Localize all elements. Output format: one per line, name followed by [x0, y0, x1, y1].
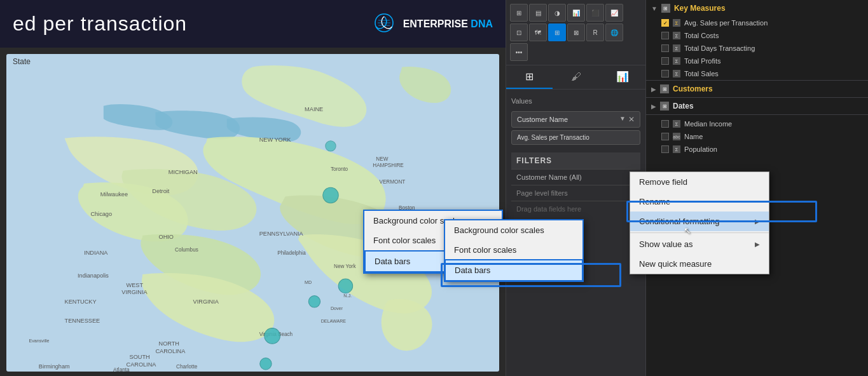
field-item-total-sales[interactable]: Σ Total Sales — [646, 67, 868, 80]
logo-enterprise-text: ENTERPRISE DNA — [403, 18, 493, 30]
total-sales-label: Total Sales — [684, 70, 863, 77]
data-bars-menu-label: Data bars — [455, 265, 490, 275]
filters-section: FILTERS Customer Name (All) Page level f… — [511, 152, 640, 217]
tab-format[interactable]: 🖌 — [553, 65, 599, 89]
toolbar-btn-10[interactable]: ⊠ — [567, 24, 585, 41]
field-item-population[interactable]: Σ Population — [646, 143, 868, 156]
text-icon-name: abc — [673, 133, 680, 140]
font-color-scales-menu-label: Font color scales — [454, 245, 516, 255]
ctx-secondary-menu[interactable]: Background color scales Font color scale… — [444, 219, 584, 282]
svg-text:Milwaukee: Milwaukee — [100, 191, 128, 198]
name-checkbox[interactable] — [661, 133, 669, 140]
conditional-formatting-item[interactable]: Conditional formatting ▶ — [630, 211, 769, 231]
field-item-median-income[interactable]: Σ Median Income — [646, 117, 868, 130]
svg-text:OHIO: OHIO — [159, 234, 174, 240]
field-group-customers-header[interactable]: ▶ ⊞ Customers — [646, 81, 868, 97]
svg-text:VERMONT: VERMONT — [379, 179, 405, 185]
drag-data-fields-label: Drag data fields here — [511, 201, 640, 217]
tab-analytics[interactable]: 📊 — [599, 65, 645, 89]
customer-name-pill[interactable]: Customer Name ▼ ✕ — [511, 111, 640, 128]
remove-field-item[interactable]: Remove field — [630, 172, 769, 192]
total-profits-checkbox[interactable] — [661, 57, 669, 65]
population-checkbox[interactable] — [661, 145, 669, 153]
svg-text:Detroit: Detroit — [152, 188, 169, 194]
values-label: Values — [511, 95, 640, 107]
collapse-arrow-icon: ▼ — [651, 5, 658, 12]
sigma-icon-4: Σ — [673, 57, 680, 65]
svg-text:Birmingham: Birmingham — [39, 363, 70, 370]
data-bars-menu-item[interactable]: Data bars — [444, 259, 583, 281]
field-item-avg-sales[interactable]: Σ Avg. Sales per Transaction — [646, 17, 868, 29]
svg-text:HAMPSHIRE: HAMPSHIRE — [373, 163, 404, 168]
bg-color-scales-menu-item[interactable]: Background color scales — [445, 220, 582, 240]
svg-text:N.J.: N.J. — [343, 293, 352, 299]
bg-color-scales-menu-label: Background color scales — [454, 225, 544, 235]
tab-fields[interactable]: ⊞ — [506, 65, 553, 89]
svg-text:Indianapolis: Indianapolis — [78, 272, 109, 279]
toolbar-btn-5[interactable]: ⬛ — [586, 4, 604, 22]
total-days-checkbox[interactable] — [661, 44, 669, 52]
avg-sales-pill[interactable]: Avg. Sales per Transactio — [511, 130, 640, 145]
sigma-icon: Σ — [673, 19, 680, 27]
avg-sales-field-label: Avg. Sales per Transaction — [684, 19, 863, 27]
sigma-icon-5: Σ — [673, 70, 680, 77]
filters-header: FILTERS — [511, 152, 640, 169]
toolbar-btn-6[interactable]: 📈 — [605, 4, 623, 22]
svg-text:MICHIGAN: MICHIGAN — [169, 169, 198, 175]
ctx-menu-main[interactable]: Remove field Rename Conditional formatti… — [630, 171, 769, 274]
toolbar-btn-3[interactable]: ◑ — [548, 4, 566, 22]
field-group-customers: ▶ ⊞ Customers — [646, 81, 868, 98]
toolbar-btn-7[interactable]: ⊡ — [510, 24, 528, 41]
chevron-down-icon[interactable]: ▼ — [619, 115, 626, 124]
sigma-icon-2: Σ — [673, 32, 680, 39]
filter-customer-name[interactable]: Customer Name (All) — [511, 169, 640, 185]
svg-text:MD: MD — [305, 280, 312, 285]
svg-point-43 — [323, 187, 338, 203]
field-group-dates-header[interactable]: ▶ ⊞ Dates — [646, 98, 868, 114]
font-color-scales-label: Font color scales — [373, 236, 436, 245]
field-item-total-costs[interactable]: Σ Total Costs — [646, 29, 868, 42]
field-item-total-profits[interactable]: Σ Total Profits — [646, 55, 868, 67]
svg-text:New York: New York — [334, 264, 356, 269]
toolbar-btn-9[interactable]: ⊞ — [548, 24, 566, 41]
median-income-label: Median Income — [684, 120, 863, 128]
dates-table-icon: ⊞ — [660, 102, 669, 111]
svg-point-47 — [338, 279, 352, 293]
logo-area: ENTERPRISE DNA — [371, 11, 493, 37]
submenu-arrow-icon: ▶ — [755, 218, 760, 225]
field-item-total-days[interactable]: Σ Total Days Transacting — [646, 42, 868, 55]
svg-text:NORTH: NORTH — [159, 340, 179, 347]
total-costs-checkbox[interactable] — [661, 32, 669, 39]
new-quick-measure-label: New quick measure — [639, 259, 712, 269]
toolbar-btn-1[interactable]: ⊞ — [510, 4, 528, 22]
toolbar-btn-8[interactable]: 🗺 — [529, 24, 547, 41]
dna-logo-icon — [371, 11, 397, 37]
values-section: Values Customer Name ▼ ✕ Avg. Sales per … — [506, 90, 645, 152]
field-group-key-measures-header[interactable]: ▼ ⊞ Key Measures — [646, 0, 868, 17]
svg-text:Toronto: Toronto — [331, 166, 348, 172]
svg-text:KENTUCKY: KENTUCKY — [65, 299, 97, 305]
svg-text:Columbus: Columbus — [175, 247, 198, 253]
toolbar-btn-4[interactable]: 📊 — [567, 4, 585, 22]
field-item-name[interactable]: abc Name — [646, 130, 868, 143]
show-value-as-item[interactable]: Show value as ▶ — [630, 234, 769, 254]
svg-point-49 — [265, 328, 280, 344]
avg-sales-checkbox[interactable] — [661, 19, 669, 27]
font-color-scales-menu-item[interactable]: Font color scales — [445, 240, 582, 260]
toolbar-btn-12[interactable]: 🌐 — [605, 24, 623, 41]
rename-label: Rename — [639, 197, 670, 206]
customer-name-close-icon[interactable]: ✕ — [628, 115, 635, 124]
toolbar-btn-2[interactable]: ▤ — [529, 4, 547, 22]
svg-text:INDIANA: INDIANA — [84, 250, 108, 256]
map-state-label: State — [13, 57, 31, 66]
data-bars-label: Data bars — [375, 257, 410, 266]
toolbar-btn-13[interactable]: ••• — [510, 43, 528, 61]
toolbar-btn-11[interactable]: R — [586, 24, 604, 41]
conditional-formatting-label: Conditional formatting — [639, 217, 719, 226]
median-income-checkbox[interactable] — [661, 120, 669, 128]
svg-text:NEW YORK: NEW YORK — [259, 137, 292, 143]
new-quick-measure-item[interactable]: New quick measure — [630, 254, 769, 274]
total-sales-checkbox[interactable] — [661, 70, 669, 77]
rename-item[interactable]: Rename — [630, 192, 769, 211]
svg-point-51 — [260, 358, 272, 370]
